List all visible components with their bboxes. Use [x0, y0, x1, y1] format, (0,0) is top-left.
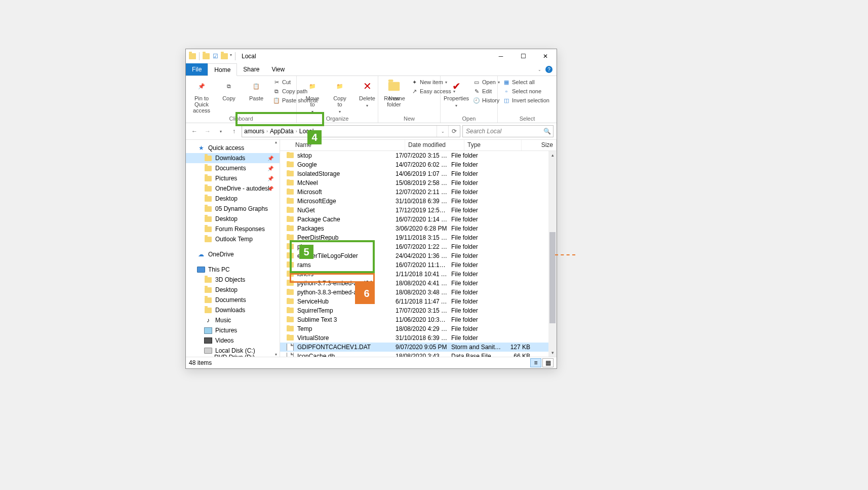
folder-icon — [286, 280, 294, 287]
copy-to-button[interactable]: 📁Copy to▾ — [327, 78, 352, 115]
qa-dropdown-icon[interactable]: ▾ — [230, 53, 232, 60]
scroll-up-button[interactable]: ▴ — [548, 151, 557, 159]
paste-button[interactable]: 📋 Paste — [244, 78, 269, 102]
tab-share[interactable]: Share — [237, 63, 265, 76]
tree-item[interactable]: 3D Objects — [186, 275, 280, 285]
tree-item[interactable]: Desktop — [186, 214, 280, 224]
help-icon[interactable]: ? — [545, 66, 553, 73]
tree-item[interactable]: Videos — [186, 335, 280, 346]
select-none-button[interactable]: ▫Select none — [502, 87, 550, 95]
tree-item[interactable]: 05 Dynamo Graphs — [186, 204, 280, 214]
open-button[interactable]: ▭Open ▾ — [472, 78, 501, 86]
history-button[interactable]: 🕘History — [472, 96, 501, 104]
group-new-label: New — [378, 116, 440, 123]
table-row[interactable]: Package Cache16/07/2020 1:14 PMFile fold… — [280, 215, 557, 224]
refresh-button[interactable]: ⟳ — [448, 126, 460, 137]
delete-button[interactable]: ✕Delete▾ — [354, 78, 380, 109]
tree-item[interactable]: Downloads📌 — [186, 153, 280, 163]
table-row[interactable]: PeerDistRepub19/11/2018 3:15 PMFile fold… — [280, 233, 557, 242]
qa-properties-icon[interactable] — [203, 53, 210, 60]
col-size[interactable]: Size — [522, 140, 557, 150]
qa-newfolder-icon[interactable]: ☑ — [212, 53, 219, 60]
address-history-button[interactable]: ⌄ — [437, 126, 448, 137]
select-all-button[interactable]: ▦Select all — [502, 78, 550, 86]
table-row[interactable]: Microsoft12/07/2020 2:11 PMFile folder — [280, 187, 557, 197]
col-type[interactable]: Type — [464, 140, 522, 150]
address-bar[interactable]: amours› AppData› Local ⌄ ⟳ — [242, 125, 460, 137]
table-row[interactable]: SquirrelTemp17/07/2020 3:15 PMFile folde… — [280, 306, 557, 315]
scroll-thumb[interactable] — [549, 232, 556, 323]
minimize-button[interactable]: ─ — [490, 49, 512, 63]
tree-item[interactable]: Pictures — [186, 325, 280, 335]
drive-icon — [204, 337, 212, 344]
collapse-ribbon-icon[interactable]: ⌄ — [538, 67, 541, 72]
properties-button[interactable]: ✔Properties▾ — [444, 78, 469, 109]
tree-item[interactable]: Desktop — [186, 285, 280, 295]
up-button[interactable]: ↑ — [228, 126, 240, 137]
details-view-button[interactable]: ≡ — [530, 358, 541, 367]
folder-icon — [286, 179, 294, 186]
forward-button[interactable]: → — [202, 126, 213, 137]
table-row[interactable]: pip16/07/2020 1:22 PMFile folder — [280, 242, 557, 251]
star-icon: ★ — [197, 144, 205, 152]
tree-quick-access[interactable]: ★Quick access — [186, 143, 280, 153]
scroll-down-button[interactable]: ▾ — [548, 349, 557, 357]
edit-button[interactable]: ✎Edit — [472, 87, 501, 95]
crumb-appdata[interactable]: AppData — [268, 128, 296, 135]
tree-item[interactable]: DVD Drive (D:) Parallels Tools — [186, 356, 280, 357]
table-row[interactable]: rams16/07/2020 11:16 ...File folder — [280, 260, 557, 270]
table-row[interactable]: Packages3/06/2020 6:28 PMFile folder — [280, 224, 557, 233]
new-folder-button[interactable]: New folder — [381, 78, 407, 108]
crumb-amours[interactable]: amours — [242, 128, 266, 135]
tree-item[interactable]: OneDrive - autodesk📌 — [186, 183, 280, 194]
tree-item[interactable]: Downloads — [186, 305, 280, 315]
search-box[interactable]: 🔍 — [462, 125, 554, 137]
table-row[interactable]: MicrosoftEdge31/10/2018 6:39 PMFile fold… — [280, 197, 557, 206]
table-row[interactable]: ServiceHub6/11/2018 11:47 AMFile folder — [280, 297, 557, 306]
group-clipboard-label: Clipboard — [186, 116, 296, 123]
table-row[interactable]: McNeel15/08/2019 2:58 PMFile folder — [280, 178, 557, 187]
tree-item[interactable]: ♪Music — [186, 315, 280, 325]
tree-item[interactable]: Pictures📌 — [186, 173, 280, 183]
large-icons-view-button[interactable]: ▦ — [542, 358, 554, 367]
tree-item[interactable]: Outlook Temp — [186, 234, 280, 244]
col-date[interactable]: Date modified — [405, 140, 464, 150]
tree-item[interactable]: Forum Responses — [186, 224, 280, 234]
tab-home[interactable]: Home — [208, 63, 237, 76]
table-row[interactable]: IsolatedStorage14/06/2019 1:07 PMFile fo… — [280, 169, 557, 178]
move-to-button[interactable]: 📁Move to▾ — [300, 78, 325, 115]
folder-icon — [286, 252, 294, 259]
invert-selection-button[interactable]: ◫Invert selection — [502, 96, 550, 104]
tree-item[interactable]: Documents📌 — [186, 163, 280, 173]
table-row[interactable]: python-3.7.3-embed-amd6418/08/2020 4:41 … — [280, 279, 557, 288]
tree-onedrive[interactable]: ☁OneDrive — [186, 249, 280, 259]
copy-button[interactable]: ⧉ Copy — [216, 78, 242, 102]
table-row[interactable]: NuGet17/12/2019 12:52 ...File folder — [280, 206, 557, 215]
qa-customize-icon[interactable] — [221, 53, 228, 60]
table-row[interactable]: GDIPFONTCACHEV1.DAT9/07/2020 9:05 PMStor… — [280, 343, 557, 352]
recent-locations-button[interactable]: ▾ — [215, 126, 226, 137]
maximize-button[interactable]: ☐ — [512, 49, 534, 63]
table-row[interactable]: Google14/07/2020 6:02 PMFile folder — [280, 160, 557, 169]
tab-file[interactable]: File — [186, 63, 208, 76]
tree-this-pc[interactable]: This PC — [186, 265, 280, 275]
table-row[interactable]: ishers1/11/2018 10:41 AMFile folder — [280, 270, 557, 279]
table-row[interactable]: VirtualStore31/10/2018 6:39 PMFile folde… — [280, 333, 557, 343]
table-row[interactable]: IconCache.db18/08/2020 3:43 PMData Base … — [280, 352, 557, 357]
search-input[interactable] — [465, 127, 551, 135]
tree-item[interactable]: Documents — [186, 295, 280, 305]
table-row[interactable]: Sublime Text 311/06/2020 10:31 ...File f… — [280, 315, 557, 324]
tree-item[interactable]: Desktop — [186, 194, 280, 204]
table-row[interactable]: Temp18/08/2020 4:29 PMFile folder — [280, 324, 557, 333]
close-button[interactable]: ✕ — [534, 49, 557, 63]
table-row[interactable]: python-3.8.3-embed-amd6418/08/2020 3:48 … — [280, 288, 557, 297]
pin-quick-access-button[interactable]: 📌 Pin to Quick access — [189, 78, 214, 115]
delete-icon: ✕ — [360, 79, 374, 93]
back-button[interactable]: ← — [189, 126, 200, 137]
table-row[interactable]: sktop17/07/2020 3:15 PMFile folder — [280, 151, 557, 160]
crumb-local[interactable]: Local — [297, 128, 316, 135]
tab-view[interactable]: View — [265, 63, 291, 76]
table-row[interactable]: eholderTileLogoFolder24/04/2020 1:36 PMF… — [280, 251, 557, 260]
scrollbar[interactable]: ▴ ▾ — [548, 151, 557, 357]
col-name[interactable]: Nameˆ — [280, 140, 405, 150]
